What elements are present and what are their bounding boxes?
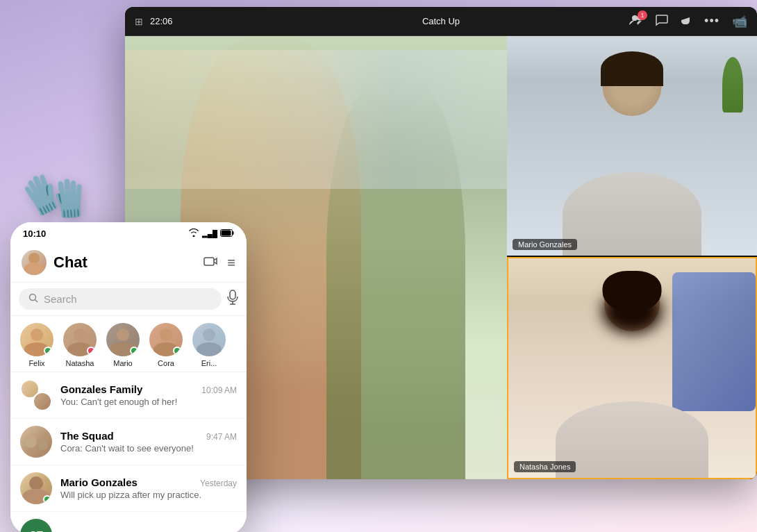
phone-status-icons: ▂▄█	[188, 228, 234, 239]
mario-status	[130, 347, 138, 355]
search-container[interactable]: Search	[19, 288, 222, 310]
mario-gonzales-time: Yesterday	[200, 479, 237, 488]
svg-point-0	[632, 15, 638, 21]
chat-item-green-tree[interactable]: GT Green Tree House PTA Yesterday	[10, 512, 247, 532]
mic-icon[interactable]	[227, 290, 238, 308]
squad-row: The Squad 9:47 AM	[60, 430, 237, 442]
mario-chat-avatar	[20, 472, 52, 504]
felix-label: Felix	[28, 359, 44, 367]
story-mario[interactable]: Mario	[106, 323, 140, 367]
story-row: Felix Natasha Mario Cora	[10, 316, 247, 372]
chat-item-mario-gonzales[interactable]: Mario Gonzales Yesterday Will pick up pi…	[10, 465, 247, 512]
felix-avatar	[20, 323, 53, 356]
svg-rect-4	[233, 231, 234, 235]
hair	[601, 51, 663, 86]
body2	[556, 401, 708, 478]
camera-icon[interactable]: 📹	[732, 14, 747, 29]
mario-avatar	[106, 323, 140, 356]
search-icon	[28, 293, 38, 305]
natasha-status	[87, 347, 95, 355]
story-eri[interactable]: Eri...	[192, 323, 226, 367]
svg-rect-6	[204, 258, 214, 265]
mario-online-dot	[43, 495, 51, 504]
chat-item-squad[interactable]: The Squad 9:47 AM Cora: Can't wait to se…	[10, 419, 247, 465]
green-tree-content: Green Tree House PTA Yesterday	[60, 529, 237, 533]
cora-label: Cora	[158, 359, 174, 367]
cora-avatar	[149, 323, 183, 356]
green-tree-initials: GT	[29, 529, 42, 532]
raise-hand-icon[interactable]	[681, 14, 692, 29]
eri-label: Eri...	[201, 359, 217, 367]
chat-list: Gonzales Family 10:09 AM You: Can't get …	[10, 372, 247, 532]
title-bar-time: 22:06	[150, 16, 173, 26]
wifi-icon	[188, 228, 199, 239]
svg-rect-5	[222, 230, 231, 235]
squad-content: The Squad 9:47 AM Cora: Can't wait to se…	[60, 430, 237, 454]
story-felix[interactable]: Felix	[20, 323, 53, 367]
video-cell-mario: Mario Gonzales	[507, 36, 757, 257]
title-bar-actions: 1 ••• 📹	[629, 14, 747, 29]
plant	[722, 57, 743, 113]
battery-icon	[220, 229, 234, 238]
gonzales-family-row: Gonzales Family 10:09 AM	[60, 383, 237, 395]
svg-rect-9	[230, 290, 235, 299]
gonzales-family-avatar	[20, 379, 52, 411]
phone-time: 10:10	[23, 228, 46, 239]
natasha-avatar	[63, 323, 97, 356]
signal-icon: ▂▄█	[202, 230, 217, 238]
chat-header: Chat ≡	[10, 244, 247, 283]
video-cell-natasha: Natasha Jones	[507, 257, 757, 479]
felix-status	[44, 347, 52, 355]
gonzales-family-name: Gonzales Family	[60, 383, 142, 395]
squad-preview: Cora: Can't wait to see everyone!	[60, 443, 237, 454]
title-bar: ⊞ 22:06 Catch Up 1 •••	[125, 7, 757, 36]
mobile-phone: 10:10 ▂▄█	[10, 222, 247, 532]
mario-gonzales-content: Mario Gonzales Yesterday Will pick up pi…	[60, 476, 237, 500]
avatar-body	[24, 263, 44, 275]
svg-point-7	[30, 294, 36, 301]
green-tree-row: Green Tree House PTA Yesterday	[60, 529, 237, 533]
notification-badge: 1	[638, 10, 647, 20]
svg-line-8	[35, 300, 38, 303]
bg-element	[672, 272, 756, 411]
squad-avatar	[20, 426, 52, 458]
green-tree-name: Green Tree House PTA	[60, 529, 172, 533]
chat-header-right: ≡	[203, 256, 235, 270]
search-placeholder: Search	[44, 293, 77, 305]
mario-label: Mario	[113, 359, 133, 367]
body	[563, 172, 701, 256]
story-cora[interactable]: Cora	[149, 323, 183, 367]
green-tree-avatar: GT	[20, 519, 52, 532]
search-bar: Search	[10, 283, 247, 316]
mario-name-tag: Mario Gonzales	[513, 239, 577, 250]
squad-name: The Squad	[60, 430, 114, 442]
mario-gonzales-row: Mario Gonzales Yesterday	[60, 476, 237, 488]
man-video	[507, 36, 757, 256]
window-title: Catch Up	[422, 16, 460, 26]
story-natasha[interactable]: Natasha	[63, 323, 97, 367]
participants-icon[interactable]: 1	[629, 15, 643, 28]
chat-item-gonzales-family[interactable]: Gonzales Family 10:09 AM You: Can't get …	[10, 372, 247, 419]
squad-time: 9:47 AM	[206, 432, 237, 442]
woman-video	[508, 258, 756, 478]
eri-avatar	[192, 323, 226, 356]
camera-header-icon[interactable]	[203, 256, 217, 270]
more-options-icon[interactable]: •••	[704, 14, 719, 28]
video-grid: Mario Gonzales Natasha Jones	[507, 36, 757, 479]
cora-status	[173, 347, 181, 355]
mario-gonzales-preview: Will pick up pizza after my practice.	[60, 490, 237, 500]
natasha-label: Natasha	[66, 359, 94, 367]
background-art	[125, 50, 507, 189]
chat-icon[interactable]	[656, 14, 668, 29]
menu-icon[interactable]: ≡	[227, 256, 235, 269]
grid-icon: ⊞	[135, 16, 143, 27]
phone-status-bar: 10:10 ▂▄█	[10, 222, 247, 244]
gonzales-family-preview: You: Can't get enough of her!	[60, 397, 237, 407]
user-avatar[interactable]	[22, 250, 47, 275]
gonzales-family-time: 10:09 AM	[201, 385, 237, 395]
natasha-name-tag: Natasha Jones	[514, 461, 576, 472]
mario-gonzales-name: Mario Gonzales	[60, 476, 138, 488]
grid-menu[interactable]: ⊞ 22:06	[135, 16, 173, 27]
hair2	[603, 271, 662, 313]
gonzales-family-content: Gonzales Family 10:09 AM You: Can't get …	[60, 383, 237, 407]
